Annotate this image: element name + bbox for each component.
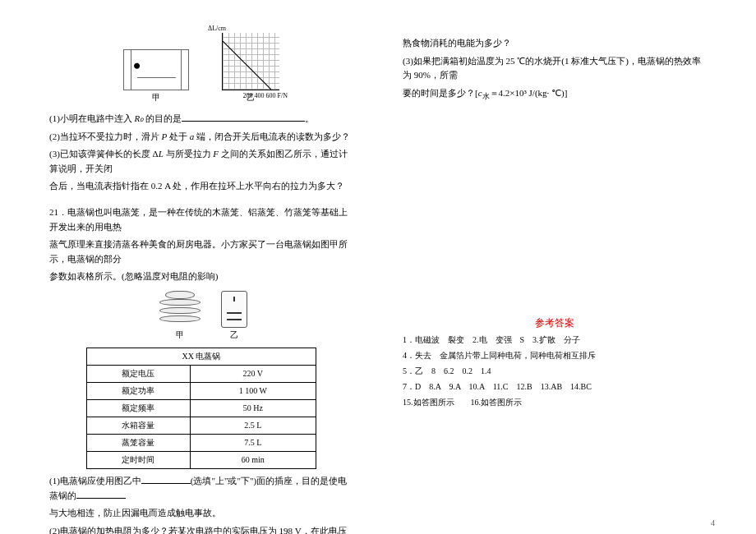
right-line1: 熟食物消耗的电能为多少？: [403, 36, 707, 51]
q21-line1: (1)电蒸锅应使用图乙中(选填"上"或"下")面的插座，目的是使电蒸锅的: [49, 474, 353, 503]
spec-table: XX 电蒸锅 额定电压220 V 额定功率1 100 W 额定频率50 Hz 水…: [86, 348, 316, 469]
graph-diagram: ΔL/cm 200 400 600 F/N 乙: [222, 33, 279, 104]
q20-line1: (1)小明在电路中连入 R₀ 的目的是。: [49, 112, 353, 127]
axis-x-label: 200 400 600 F/N: [243, 92, 288, 99]
q21-line2: (2)电蒸锅的加热电阻为多少？若某次电路中的实际电压为 198 V，在此电压下利…: [49, 524, 353, 534]
q21-para2: 蒸气原理来直接清蒸各种美食的厨房电器。小方家买了一台电蒸锅如图甲所示，电蒸锅的部…: [49, 237, 353, 266]
q20-line3a: (3)已知该弹簧伸长的长度 ΔL 与所受拉力 F 之间的关系如图乙所示，通过计算…: [49, 147, 353, 176]
blank-field: [76, 489, 126, 499]
right-line2: (3)如果把满箱初始温度为 25 ℃的水烧开(1 标准大气压下)，电蒸锅的热效率…: [403, 54, 707, 83]
answer-row: 15.如答图所示 16.如答图所示: [403, 396, 707, 408]
circuit-diagram: 甲: [123, 49, 189, 104]
axis-y-label: ΔL/cm: [208, 25, 226, 32]
spec-title: XX 电蒸锅: [87, 348, 316, 365]
answer-row: 5．乙 8 6.2 0.2 1.4: [403, 365, 707, 377]
right-line3: 要的时间是多少？[c水＝4.2×10³ J/(kg· ℃)]: [403, 86, 707, 103]
q20-line3b: 合后，当电流表指针指在 0.2 A 处，作用在拉环上水平向右的拉力为多大？: [49, 179, 353, 194]
blank-field: [182, 112, 305, 122]
answer-row: 4．失去 金属箔片带上同种电荷，同种电荷相互排斥: [403, 349, 707, 361]
page-number: 4: [711, 518, 715, 527]
pot-image: 甲: [155, 291, 205, 341]
figure-group-2: 甲 乙: [49, 291, 353, 341]
q21-para1: 21．电蒸锅也叫电蒸笼，是一种在传统的木蒸笼、铝蒸笼、竹蒸笼等基础上开发出来的用…: [49, 205, 353, 234]
blank-field: [141, 474, 191, 484]
q20-line2: (2)当拉环不受拉力时，滑片 P 处于 a 端，闭合开关后电流表的读数为多少？: [49, 130, 353, 145]
answer-row: 1．电磁波 裂变 2.电 变强 S 3.扩散 分子: [403, 334, 707, 346]
fig-label-left: 甲: [123, 92, 189, 104]
q21-para3: 参数如表格所示。(忽略温度对电阻的影响): [49, 269, 353, 284]
figure-group-1: 甲 ΔL/cm 200 400 600 F/N 乙: [49, 33, 353, 104]
q21-line1b: 与大地相连，防止因漏电而造成触电事故。: [49, 506, 353, 521]
answers-title: 参考答案: [403, 316, 707, 330]
answers-block: 1．电磁波 裂变 2.电 变强 S 3.扩散 分子 4．失去 金属箔片带上同种电…: [403, 334, 707, 408]
socket-image: 乙: [221, 291, 247, 341]
answer-row: 7．D 8.A 9.A 10.A 11.C 12.B 13.AB 14.BC: [403, 380, 707, 393]
